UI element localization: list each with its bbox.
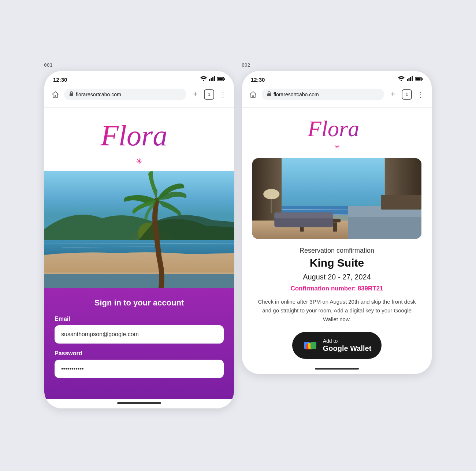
email-input[interactable]: [55, 325, 224, 344]
lock-icon-2: [267, 91, 271, 97]
room-image: [252, 158, 421, 239]
lock-icon-1: [69, 91, 74, 97]
flora-asterisk-1: ✳: [136, 157, 142, 166]
svg-rect-22: [412, 76, 413, 81]
status-icons-1: [200, 76, 225, 83]
hero-image-1: [44, 171, 234, 288]
url-bar-1[interactable]: floraresortcabo.com: [64, 89, 186, 100]
logo-section-1: Flora ✳: [44, 108, 234, 171]
svg-rect-42: [333, 222, 337, 231]
new-tab-button-2[interactable]: +: [388, 89, 398, 100]
screen-label-2: 002: [242, 62, 432, 68]
menu-button-1[interactable]: ⋮: [218, 89, 228, 100]
svg-rect-39: [381, 195, 421, 209]
home-button-1[interactable]: [50, 89, 60, 100]
url-bar-2[interactable]: floraresortcabo.com: [262, 89, 384, 100]
tab-count-2[interactable]: 1: [402, 89, 412, 100]
browser-nav-1: floraresortcabo.com + 1 ⋮: [50, 89, 228, 100]
signin-section: Sign in to your account Email Password: [44, 288, 234, 399]
google-wallet-button[interactable]: Add to Google Wallet: [292, 332, 382, 359]
reservation-dates: August 20 - 27, 2024: [252, 273, 421, 281]
screen-label-1: 001: [44, 62, 234, 68]
svg-rect-1: [209, 79, 210, 81]
flora-logo-2: Flora: [306, 115, 368, 142]
reservation-title: Reservation comfirmation: [252, 247, 421, 255]
home-indicator-1: [117, 402, 161, 404]
checkin-instructions: Check in online after 3PM on August 20th…: [252, 297, 421, 324]
svg-rect-20: [409, 78, 410, 81]
menu-button-2[interactable]: ⋮: [416, 89, 426, 100]
wallet-add-to-label: Add to: [323, 338, 372, 344]
svg-rect-3: [212, 77, 213, 81]
svg-rect-8: [70, 93, 73, 96]
suite-name: King Suite: [252, 257, 421, 269]
home-button-2[interactable]: [248, 89, 258, 100]
battery-icon-2: [415, 76, 423, 83]
browser-chrome-1: floraresortcabo.com + 1 ⋮: [44, 86, 234, 108]
home-indicator-2: [315, 368, 359, 370]
svg-text:Flora: Flora: [307, 116, 359, 141]
svg-point-46: [263, 189, 279, 199]
url-text-1: floraresortcabo.com: [76, 92, 121, 97]
status-time-2: 12:30: [251, 77, 265, 83]
status-icons-2: [398, 76, 423, 83]
svg-rect-16: [44, 273, 234, 288]
svg-rect-19: [407, 79, 408, 81]
svg-point-0: [203, 80, 204, 81]
password-label: Password: [55, 350, 224, 357]
url-text-2: floraresortcabo.com: [274, 92, 319, 97]
svg-rect-4: [214, 76, 215, 81]
page-content-2: Flora ✳: [242, 108, 432, 370]
google-wallet-icon: [302, 338, 318, 353]
svg-rect-51: [310, 342, 316, 349]
status-time-1: 12:30: [53, 77, 67, 83]
svg-rect-44: [274, 212, 333, 218]
wallet-text: Add to Google Wallet: [323, 338, 372, 353]
new-tab-button-1[interactable]: +: [190, 89, 200, 100]
svg-rect-7: [224, 78, 225, 80]
signin-title: Sign in to your account: [55, 298, 224, 308]
flora-logo-1: Flora: [97, 118, 181, 155]
wifi-icon-1: [200, 76, 207, 83]
svg-rect-17: [44, 272, 234, 274]
tab-count-1[interactable]: 1: [204, 89, 214, 100]
svg-text:Flora: Flora: [100, 119, 167, 151]
svg-rect-24: [416, 78, 421, 81]
password-input[interactable]: [55, 360, 224, 378]
confirmation-number: Confirmation number: 839RT21: [252, 285, 421, 292]
logo-section-2: Flora ✳: [252, 115, 421, 151]
phone-2: 12:30: [242, 71, 432, 374]
wallet-google-label: Google Wallet: [323, 344, 372, 353]
browser-nav-2: floraresortcabo.com + 1 ⋮: [248, 89, 426, 100]
screens-container: 001 12:30: [44, 62, 432, 409]
svg-rect-26: [267, 93, 271, 96]
phone-1: 12:30: [44, 71, 234, 409]
signal-icon-2: [407, 76, 413, 83]
phone-2-wrapper: 002 12:30: [242, 62, 432, 374]
svg-point-18: [401, 80, 402, 81]
flora-asterisk-2: ✳: [334, 143, 340, 151]
page-content-1: Flora ✳: [44, 108, 234, 404]
svg-rect-6: [218, 78, 223, 81]
phone-1-wrapper: 001 12:30: [44, 62, 234, 409]
svg-rect-2: [211, 78, 212, 81]
wifi-icon-2: [398, 76, 405, 83]
status-bar-1: 12:30: [44, 71, 234, 86]
browser-chrome-2: floraresortcabo.com + 1 ⋮: [242, 86, 432, 108]
svg-rect-25: [422, 78, 423, 80]
signal-icon-1: [209, 76, 215, 83]
status-bar-2: 12:30: [242, 71, 432, 86]
battery-icon-1: [217, 76, 225, 83]
email-label: Email: [55, 316, 224, 322]
svg-rect-21: [410, 77, 411, 81]
